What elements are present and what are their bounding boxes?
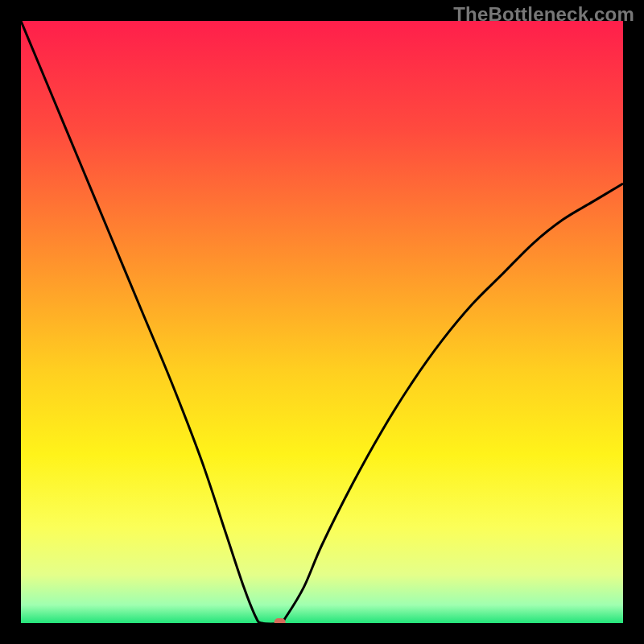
watermark-text: TheBottleneck.com	[453, 3, 634, 26]
chart-svg	[21, 21, 623, 623]
chart-container: TheBottleneck.com	[0, 0, 644, 644]
plot-area	[21, 21, 623, 623]
gradient-background	[21, 21, 623, 623]
